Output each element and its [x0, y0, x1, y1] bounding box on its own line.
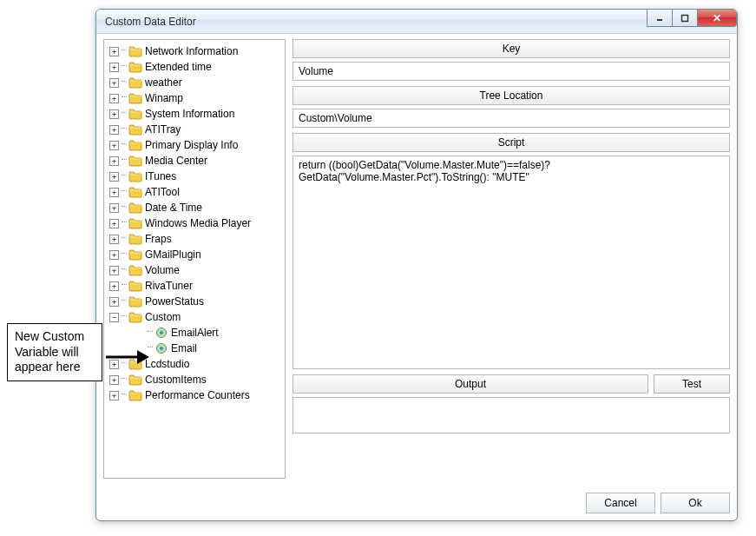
tree-item[interactable]: +System Information: [106, 106, 283, 122]
folder-icon: [128, 108, 142, 120]
folder-icon: [128, 45, 142, 57]
folder-icon: [128, 248, 142, 261]
expand-icon[interactable]: +: [109, 125, 119, 135]
annotation-arrow: [106, 346, 149, 368]
expand-icon[interactable]: +: [109, 94, 119, 103]
tree-item[interactable]: +Primary Display Info: [106, 137, 283, 153]
tree-item-label: Date & Time: [145, 202, 202, 214]
tree-item[interactable]: +weather: [106, 75, 283, 90]
tree-item-label: System Information: [145, 108, 234, 120]
folder-icon: [128, 295, 142, 308]
tree-item[interactable]: EmailAlert: [106, 325, 283, 341]
tree-item-label: Winamp: [145, 92, 183, 104]
editor-panel: Key Volume Tree Location Custom\Volume S…: [293, 39, 730, 479]
svg-marker-1: [137, 350, 149, 364]
window-controls: ✕: [648, 10, 737, 29]
expand-icon[interactable]: +: [109, 219, 119, 228]
folder-icon: [128, 264, 142, 276]
expand-icon[interactable]: +: [109, 391, 119, 400]
tree-item[interactable]: +ATITool: [106, 184, 283, 200]
folder-icon: [128, 280, 142, 292]
annotation-text: New Custom Variable will appear here: [15, 329, 84, 374]
expand-icon[interactable]: +: [109, 203, 119, 213]
expand-icon[interactable]: +: [109, 141, 119, 150]
expand-icon[interactable]: +: [109, 281, 119, 291]
window-title: Custom Data Editor: [105, 16, 196, 28]
tree-item[interactable]: +ITunes: [106, 169, 283, 184]
key-header: Key: [293, 39, 730, 58]
tree-item-label: Performance Counters: [145, 389, 250, 401]
tree-item[interactable]: +CustomItems: [106, 372, 283, 387]
folder-icon: [128, 61, 142, 73]
close-button[interactable]: ✕: [697, 10, 737, 27]
tree-item[interactable]: +RivaTuner: [106, 278, 283, 294]
expand-icon[interactable]: +: [109, 188, 119, 197]
tree-item-label: ITunes: [145, 170, 176, 182]
svg-rect-3: [682, 15, 688, 21]
svg-point-7: [160, 347, 163, 350]
tree-item[interactable]: +Fraps: [106, 231, 283, 247]
tree-panel: +Network Information+Extended time+weath…: [103, 39, 286, 479]
annotation-callout: New Custom Variable will appear here: [7, 323, 102, 381]
expand-icon[interactable]: +: [109, 250, 119, 260]
tree-item-label: Volume: [145, 264, 180, 276]
output-box: [293, 397, 730, 433]
tree-item-label: EmailAlert: [171, 327, 219, 339]
svg-point-5: [160, 331, 163, 334]
expand-icon[interactable]: +: [109, 156, 119, 166]
folder-icon: [128, 155, 142, 167]
tree-item-label: CustomItems: [145, 374, 207, 386]
expand-icon[interactable]: +: [109, 63, 119, 72]
folder-icon: [128, 217, 142, 229]
tree-item[interactable]: +Date & Time: [106, 200, 283, 215]
tree-item[interactable]: +ATITray: [106, 122, 283, 137]
maximize-button[interactable]: [672, 10, 698, 27]
titlebar[interactable]: Custom Data Editor ✕: [96, 10, 737, 34]
tree-item-label: RivaTuner: [145, 280, 193, 292]
output-header: Output: [293, 374, 648, 394]
expand-icon[interactable]: +: [109, 109, 119, 119]
folder-icon: [128, 374, 142, 386]
test-button[interactable]: Test: [654, 374, 730, 394]
script-header: Script: [293, 133, 730, 152]
tree-item-label: ATITray: [145, 123, 181, 136]
expand-icon[interactable]: +: [109, 297, 119, 307]
tree-item[interactable]: +Winamp: [106, 90, 283, 106]
key-value[interactable]: Volume: [293, 62, 730, 81]
collapse-icon[interactable]: −: [109, 313, 119, 322]
folder-icon: [128, 92, 142, 104]
tree-item[interactable]: +Media Center: [106, 153, 283, 169]
cancel-button[interactable]: Cancel: [586, 493, 655, 513]
expand-icon[interactable]: +: [109, 235, 119, 244]
tree-item-label: weather: [145, 76, 182, 89]
tree-location-header: Tree Location: [293, 86, 730, 105]
minimize-button[interactable]: [647, 10, 673, 27]
expand-icon[interactable]: +: [109, 266, 119, 275]
tree-location-value[interactable]: Custom\Volume: [293, 109, 730, 128]
expand-icon[interactable]: +: [109, 47, 119, 56]
tree-item[interactable]: +Network Information: [106, 43, 283, 59]
tree-item[interactable]: +Extended time: [106, 59, 283, 75]
tree-item[interactable]: +Performance Counters: [106, 387, 283, 403]
tree-item-label: GMailPlugin: [145, 248, 201, 261]
variable-icon: [154, 327, 168, 339]
tree-item[interactable]: +PowerStatus: [106, 294, 283, 309]
dialog-buttons: Cancel Ok: [586, 493, 730, 513]
expand-icon[interactable]: +: [109, 375, 119, 385]
script-textarea[interactable]: return ((bool)GetData("Volume.Master.Mut…: [293, 156, 730, 369]
folder-icon: [128, 311, 142, 323]
expand-icon[interactable]: +: [109, 78, 119, 88]
tree-item-label: Extended time: [145, 61, 212, 73]
tree-item-label: Network Information: [145, 45, 238, 57]
tree-item-label: Email: [171, 342, 197, 354]
tree-item-label: Custom: [145, 311, 181, 323]
tree-item[interactable]: +GMailPlugin: [106, 247, 283, 262]
expand-icon[interactable]: +: [109, 172, 119, 182]
tree-item[interactable]: +Windows Media Player: [106, 215, 283, 231]
tree-item[interactable]: +Volume: [106, 262, 283, 278]
folder-icon: [128, 186, 142, 198]
folder-icon: [128, 139, 142, 151]
ok-button[interactable]: Ok: [661, 493, 730, 513]
tree-item[interactable]: −Custom: [106, 309, 283, 325]
dialog-window: Custom Data Editor ✕ +Network Informatio…: [95, 9, 738, 521]
